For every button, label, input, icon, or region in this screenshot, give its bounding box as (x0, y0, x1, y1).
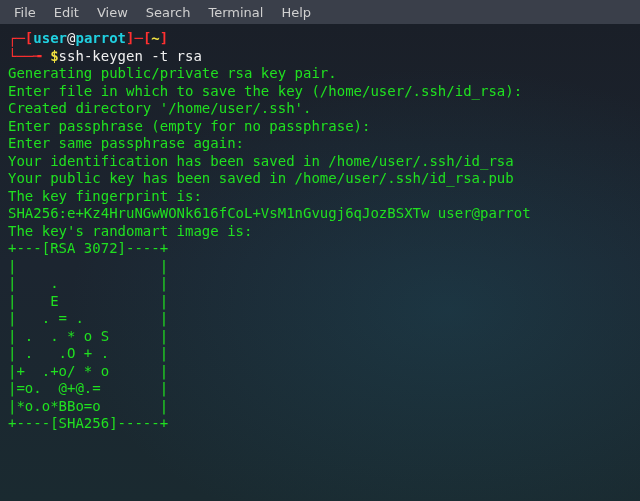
output-line: | . = . | (8, 310, 632, 328)
prompt-cwd: ~ (151, 30, 159, 46)
output-line: Created directory '/home/user/.ssh'. (8, 100, 632, 118)
prompt-bracket-end: ] (160, 30, 168, 46)
menu-help[interactable]: Help (273, 3, 319, 22)
prompt-user: user (33, 30, 67, 46)
menu-search[interactable]: Search (138, 3, 199, 22)
output-line: | | (8, 258, 632, 276)
prompt-host: parrot (75, 30, 126, 46)
output-line: | E | (8, 293, 632, 311)
terminal-area[interactable]: ┌─[user@parrot]─[~] └──╼ $ssh-keygen -t … (0, 24, 640, 501)
menu-terminal[interactable]: Terminal (200, 3, 271, 22)
prompt-bracket-mid: ]─[ (126, 30, 151, 46)
menu-edit[interactable]: Edit (46, 3, 87, 22)
command-text: ssh-keygen -t rsa (59, 48, 202, 66)
output-line: Generating public/private rsa key pair. (8, 65, 632, 83)
prompt-line-1: ┌─[user@parrot]─[~] (8, 30, 632, 48)
output-line: Enter same passphrase again: (8, 135, 632, 153)
prompt-dollar: $ (50, 48, 58, 66)
output-line: Enter passphrase (empty for no passphras… (8, 118, 632, 136)
menu-file[interactable]: File (6, 3, 44, 22)
output-line: The key fingerprint is: (8, 188, 632, 206)
output-line: | . | (8, 275, 632, 293)
output-line: | . . * o S | (8, 328, 632, 346)
prompt-prefix: └──╼ (8, 48, 50, 66)
prompt-line-2: └──╼ $ssh-keygen -t rsa (8, 48, 632, 66)
menu-view[interactable]: View (89, 3, 136, 22)
output-line: Your identification has been saved in /h… (8, 153, 632, 171)
output-line: +----[SHA256]-----+ (8, 415, 632, 433)
output-line: The key's randomart image is: (8, 223, 632, 241)
output-line: SHA256:e+Kz4HruNGwWONk616fCoL+VsM1nGvugj… (8, 205, 632, 223)
menubar: File Edit View Search Terminal Help (0, 0, 640, 24)
output-line: |=o. @+@.= | (8, 380, 632, 398)
output-line: | . .O + . | (8, 345, 632, 363)
output-line: Enter file in which to save the key (/ho… (8, 83, 632, 101)
output-line: +---[RSA 3072]----+ (8, 240, 632, 258)
prompt-bracket: ┌─[ (8, 30, 33, 46)
output-line: Your public key has been saved in /home/… (8, 170, 632, 188)
output-line: |*o.o*BBo=o | (8, 398, 632, 416)
output-line: |+ .+o/ * o | (8, 363, 632, 381)
